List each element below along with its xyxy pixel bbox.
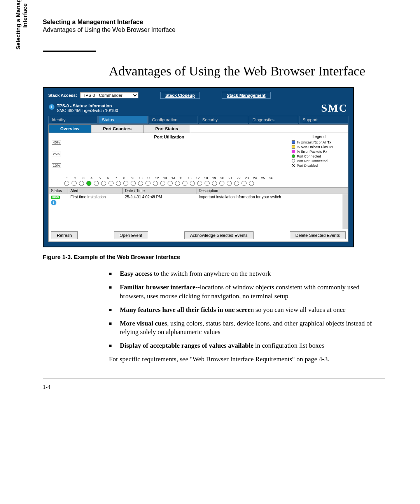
- running-head-title: Selecting a Management Interface: [43, 19, 385, 26]
- tab-identity[interactable]: Identity: [48, 116, 98, 124]
- stack-access-select[interactable]: TPS-0 - Commander: [80, 92, 138, 98]
- footer-paragraph: For specific requirements, see "Web Brow…: [109, 355, 385, 364]
- acknowledge-button[interactable]: Acknowledge Selected Events: [184, 231, 254, 239]
- port-indicator[interactable]: [108, 181, 114, 186]
- event-date: 25-Jul-01 4:02:49 PM: [122, 194, 196, 200]
- port-indicator[interactable]: [64, 181, 69, 186]
- bullet-list: Easy access to the switch from anywhere …: [109, 270, 385, 351]
- bullet-item: Display of acceptable ranges of values a…: [109, 341, 385, 350]
- chart-title: Port Utilization: [50, 135, 288, 139]
- port-indicator[interactable]: [138, 181, 143, 186]
- new-badge: NEW: [51, 196, 60, 199]
- port-indicator[interactable]: [86, 181, 91, 186]
- running-head-subtitle: Advantages of Using the Web Browser Inte…: [43, 26, 385, 33]
- port-indicator[interactable]: [116, 181, 121, 186]
- port-indicator[interactable]: [175, 181, 180, 186]
- refresh-button[interactable]: Refresh: [51, 231, 78, 239]
- subtab-port-counters[interactable]: Port Counters: [91, 125, 144, 133]
- delete-events-button[interactable]: Delete Selected Events: [290, 231, 346, 239]
- port-indicator[interactable]: [79, 181, 84, 186]
- info-icon: i: [51, 200, 56, 205]
- footer-rule: [43, 378, 385, 378]
- port-indicator[interactable]: [197, 181, 202, 186]
- bullet-item: Many features have all their fields in o…: [109, 306, 385, 315]
- port-indicator[interactable]: [145, 181, 150, 186]
- scrollbar[interactable]: [343, 194, 348, 229]
- event-alert: First time installation: [68, 194, 122, 200]
- port-indicator[interactable]: [234, 181, 239, 186]
- tab-configuration[interactable]: Configuration: [149, 116, 198, 124]
- legend-title: Legend: [292, 135, 346, 139]
- legend-item: % Unicast Rx or All Tx: [292, 140, 346, 144]
- device-status-title: TPS-0 - Status: Information: [57, 103, 118, 108]
- legend-item: Port Disabled: [292, 164, 346, 168]
- tab-support[interactable]: Support: [299, 116, 348, 124]
- event-row[interactable]: NEW i First time installation 25-Jul-01 …: [49, 194, 348, 229]
- y-tick: 10%: [52, 163, 61, 168]
- port-indicator[interactable]: [123, 181, 128, 186]
- port-indicator[interactable]: [72, 181, 77, 186]
- y-tick: 40%: [52, 140, 61, 145]
- subtab-overview[interactable]: Overview: [49, 125, 91, 133]
- port-indicator[interactable]: [131, 181, 136, 186]
- chart-legend: Legend % Unicast Rx or All Tx% Non-Unica…: [290, 133, 348, 187]
- port-indicator[interactable]: [94, 181, 99, 186]
- legend-item: Port Not Connected: [292, 159, 346, 163]
- event-desc: Important installation information for y…: [196, 194, 348, 200]
- bullet-item: Easy access to the switch from anywhere …: [109, 270, 385, 278]
- legend-item: Port Connected: [292, 154, 346, 158]
- open-event-button[interactable]: Open Event: [114, 231, 148, 239]
- legend-item: % Error Packets Rx: [292, 150, 346, 154]
- port-indicator[interactable]: [249, 181, 254, 186]
- stack-access-label: Stack Access:: [48, 93, 77, 98]
- legend-item: % Non-Unicast Pkts Rx: [292, 145, 346, 149]
- port-indicator[interactable]: [160, 181, 165, 186]
- tab-status[interactable]: Status: [98, 116, 148, 124]
- section-rule: [43, 41, 385, 52]
- info-icon: i: [49, 104, 54, 110]
- stack-closeup-button[interactable]: Stack Closeup: [160, 92, 200, 99]
- port-indicator[interactable]: [227, 181, 232, 186]
- device-model: SMC 6624M TigerSwitch 10/100: [57, 108, 118, 113]
- port-indicator[interactable]: [242, 181, 247, 186]
- smc-logo: SMC: [321, 102, 348, 114]
- bullet-item: More visual cues, using colors, status b…: [109, 319, 385, 337]
- tab-diagnostics[interactable]: Diagnostics: [249, 116, 298, 124]
- port-indicator[interactable]: [219, 181, 224, 186]
- port-indicator[interactable]: [212, 181, 217, 186]
- tab-security[interactable]: Security: [199, 116, 248, 124]
- port-indicator[interactable]: [101, 181, 106, 186]
- port-utilization-chart: Port Utilization 40% 25% 10% 12345678910…: [49, 133, 290, 187]
- port-indicator[interactable]: [205, 181, 210, 186]
- port-indicator[interactable]: [168, 181, 173, 186]
- page-number: 1-4: [43, 384, 385, 390]
- bullet-item: Familiar browser interface--locations of…: [109, 283, 385, 301]
- figure-caption: Figure 1-3. Example of the Web Browser I…: [43, 254, 385, 260]
- stack-management-button[interactable]: Stack Management: [222, 92, 271, 99]
- port-indicator[interactable]: [190, 181, 195, 186]
- y-tick: 25%: [52, 152, 61, 156]
- page-title: Advantages of Using the Web Browser Inte…: [109, 63, 385, 79]
- port-indicator[interactable]: [182, 181, 187, 186]
- screenshot-figure: Stack Access: TPS-0 - Commander Stack Cl…: [43, 87, 354, 247]
- side-tab-label: Selecting a Management Interface: [15, 0, 28, 54]
- event-table-header: Status Alert Date / Time Description: [49, 188, 348, 194]
- port-indicator[interactable]: [153, 181, 158, 186]
- subtab-port-status[interactable]: Port Status: [144, 125, 190, 133]
